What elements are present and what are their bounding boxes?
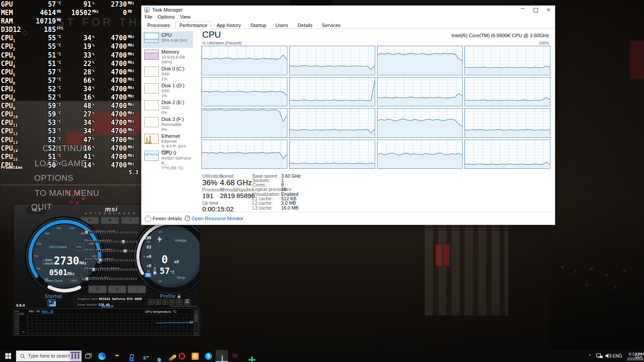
osd-row: D3D12185FPS	[1, 26, 147, 34]
sidebar-item-sub: SSD	[161, 105, 184, 110]
gauge-tick-label: 1000	[36, 242, 41, 245]
taskbar-item-opera[interactable]	[176, 350, 188, 362]
monitor-max[interactable]: Max : 58	[42, 310, 54, 313]
tab-processes[interactable]: Processes	[143, 21, 174, 29]
slider-track[interactable]	[85, 259, 137, 261]
core-clock-slider[interactable]: Core Clock (MHz) +0	[85, 254, 151, 264]
taskbar-item-wicked-game[interactable]: W	[229, 350, 241, 362]
sidebar-item-disk0[interactable]: Disk 0 (C:)SSD1%	[142, 65, 193, 82]
startup-toggle[interactable]	[47, 299, 56, 307]
fewer-details-button[interactable]: Fewer details	[153, 216, 181, 221]
monitor-scrollbar[interactable]: ▲▼	[194, 310, 199, 335]
open-resource-monitor-link[interactable]: Open Resource Monitor	[192, 216, 243, 221]
osd-row: RAM10719MB	[1, 17, 147, 26]
game-menu-quit[interactable]: QUIT	[31, 202, 52, 212]
sidebar-item-sub: SSD	[161, 72, 185, 77]
taskbar-item-store[interactable]	[122, 350, 135, 362]
monitor-left-slider[interactable]	[15, 311, 19, 335]
sidebar-item-label: Disk 0 (C:)	[161, 66, 185, 71]
minimize-button[interactable]	[516, 6, 529, 14]
slider-track[interactable]	[85, 231, 137, 234]
tab-app-history[interactable]: App history	[212, 21, 245, 29]
close-button[interactable]: ✕	[542, 6, 555, 14]
profile-1-button[interactable]: 1	[148, 299, 154, 305]
tab-performance[interactable]: Performance	[175, 21, 211, 29]
sidebar-item-label: Disk 3 (F:)	[161, 117, 184, 122]
menu-view[interactable]: View	[180, 14, 191, 19]
tab-startup[interactable]: Startup	[247, 21, 270, 29]
slider-track[interactable]	[85, 269, 137, 271]
slider-thumb[interactable]	[92, 268, 95, 272]
taskbar-item-pen-tool[interactable]	[162, 350, 175, 362]
lightning-icon	[157, 236, 162, 243]
taskbar-item-edge[interactable]	[96, 350, 108, 362]
taskbar-item-outlook[interactable]: O	[189, 350, 201, 362]
taskbar-item-mail[interactable]: 2	[136, 350, 148, 362]
sidebar-item-disk1[interactable]: Disk 1 (D:)SSD1%	[142, 82, 193, 98]
game-menu-options[interactable]: OPTIONS	[34, 173, 74, 183]
taskbar-item-file-explorer[interactable]	[109, 350, 122, 362]
gpu-thumbnail	[144, 151, 159, 161]
menu-file[interactable]: File	[145, 14, 153, 19]
slider-thumb[interactable]	[98, 258, 102, 262]
taskbar-item-task-manager[interactable]	[216, 350, 228, 362]
network-icon[interactable]	[596, 353, 603, 359]
opera-icon	[179, 353, 185, 359]
taskbar-item-chrome[interactable]	[149, 350, 161, 362]
slider-thumb[interactable]	[85, 230, 88, 234]
tray-language[interactable]: ENG	[611, 350, 624, 362]
title-bar[interactable]: Task Manager ✕	[141, 6, 555, 14]
sidebar-item-disk2[interactable]: Disk 2 (E:)SSD0%	[142, 99, 193, 115]
power-limit-slider[interactable]: Power Limit (%) 100	[85, 236, 151, 245]
tab-services[interactable]: Services	[318, 21, 345, 29]
action-center-icon[interactable]	[635, 353, 642, 359]
game-menu-to-main-menu[interactable]: TO MAIN MENU	[35, 188, 99, 198]
slider-track[interactable]	[85, 250, 137, 252]
outlook-icon: O	[192, 353, 199, 360]
settings-button[interactable]: ⚙	[88, 285, 107, 293]
memory-clock-slider[interactable]: Memory Clock (MHz) +0	[85, 264, 151, 273]
sidebar-item-gpu[interactable]: GPU 0NVIDIA GeForce R...77% (56 °C)	[142, 149, 193, 166]
l3-cache-value: 16.0 MB	[281, 205, 298, 210]
apply-button[interactable]: ✓	[127, 285, 146, 293]
core-voltage-slider[interactable]: Core Voltage (mV)	[85, 226, 151, 236]
sidebar-item-cpu[interactable]: CPU36% 4.68 GHz	[142, 31, 193, 48]
taskbar-item-skype[interactable]: S	[202, 350, 215, 362]
start-button[interactable]	[0, 350, 16, 362]
voltage-value: 0 mV	[161, 253, 179, 266]
taskbar-item-green-app[interactable]	[242, 350, 255, 362]
speaker-icon[interactable]	[605, 353, 612, 359]
sidebar-item-disk3[interactable]: Disk 3 (F:)Removable0%	[142, 116, 193, 132]
sidebar-item-memory[interactable]: Memory10.5/15.9 GB (66%)	[142, 48, 193, 65]
slider-value: 100	[144, 236, 151, 240]
slider-thumb[interactable]	[122, 240, 125, 244]
detail-label: L3 cache:	[252, 205, 273, 210]
profile-3-button[interactable]: 3	[162, 299, 168, 305]
profile-5-button[interactable]: 5	[176, 299, 182, 305]
profile-2-button[interactable]: 2	[155, 299, 161, 305]
task-view-button[interactable]	[82, 350, 95, 362]
search-box[interactable]: Type here to search	[16, 350, 82, 362]
profile-4-button[interactable]: 4	[169, 299, 175, 305]
cpu-core-graph	[464, 108, 550, 138]
sidebar-item-ethernet[interactable]: EthernetEthernetS: 8.0 R: 24.0 Kbps	[142, 132, 193, 149]
slider-track[interactable]	[85, 241, 137, 243]
menu-options[interactable]: Options	[158, 14, 175, 19]
sidebar-item-label: GPU 0	[161, 151, 193, 156]
fan-button[interactable]: ✳	[101, 217, 119, 224]
profile-save-button[interactable]	[184, 299, 190, 305]
temp-limit-slider[interactable]: Temp. Limit (°C)Priority 83	[85, 245, 151, 254]
slider-thumb[interactable]	[123, 249, 127, 253]
detach-link[interactable]: DETACH	[102, 305, 114, 308]
maximize-button[interactable]	[529, 6, 542, 14]
fan-speed-slider[interactable]: Fan Speed (%) ♪ 35	[85, 273, 151, 282]
reset-button[interactable]: ↺	[108, 285, 126, 293]
slider-thumb[interactable]	[85, 277, 89, 281]
cpu-core-graph	[289, 77, 375, 107]
tab-users[interactable]: Users	[271, 21, 292, 29]
monitor-y-top: 100	[19, 312, 24, 315]
tray-show-hidden-icons[interactable]: ^	[586, 350, 593, 362]
graph-axis-label: % Utilization (Paused)	[202, 41, 242, 45]
slider-track[interactable]	[85, 278, 137, 280]
tab-details[interactable]: Details	[294, 21, 317, 29]
